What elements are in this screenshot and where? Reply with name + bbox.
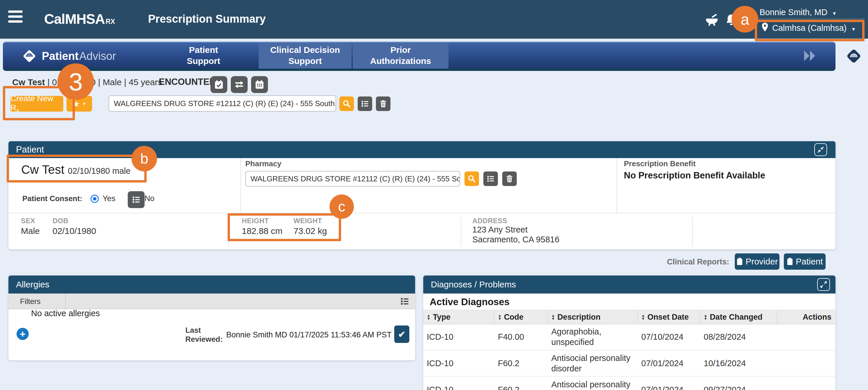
consent-label: Patient Consent: — [22, 194, 83, 203]
app-screen: CalMHSA RX Prescription Summary Bonnie S… — [0, 0, 868, 390]
cell-changed: 10/16/2024 — [700, 359, 777, 368]
pharmacy-select-top[interactable]: WALGREENS DRUG STORE #12112 (C) (R) (E) … — [108, 95, 336, 112]
cell-onset: 07/10/2024 — [638, 332, 700, 342]
patient-info-strip: SEX Male DOB 02/10/1980 HEIGHT 182.88 cm… — [8, 213, 836, 250]
filters-label: Filters — [20, 297, 41, 306]
diagnoses-panel: Diagnoses / Problems Active Diagnoses Ty… — [423, 276, 836, 390]
patient-report-label: Patient — [796, 257, 823, 267]
tab-prior-authorizations[interactable]: Prior Authorizations — [353, 43, 448, 68]
address-line2: Sacramento, CA 95816 — [472, 235, 559, 244]
calendar-grid-icon — [254, 79, 265, 90]
benefit-value: No Prescription Benefit Available — [624, 170, 765, 181]
consent-details-button[interactable] — [128, 191, 145, 208]
cell-onset: 07/01/2024 — [638, 385, 700, 390]
search-icon — [342, 99, 351, 108]
user-name: Bonnie Smith, MD — [760, 7, 827, 17]
table-row[interactable]: ICD-10 F40.00 Agoraphobia, unspecified 0… — [423, 324, 836, 351]
annotation-circle-3: 3 — [58, 63, 94, 100]
pharmacy-search-button-top[interactable] — [339, 96, 354, 111]
no-allergies-text: No active allergies — [31, 309, 100, 318]
encounter-transfer-button[interactable] — [231, 76, 248, 93]
column-header-onset-date[interactable]: Onset Date — [638, 310, 700, 324]
table-row[interactable]: ICD-10 F60.2 Antisocial personality diso… — [423, 351, 836, 377]
patient-panel: Patient Cw Test 02/10/1980 male Patient … — [8, 141, 836, 249]
allergies-filter-bar: Filters — [8, 294, 415, 309]
annotation-circle-c: c — [330, 194, 354, 219]
patient-report-button[interactable]: Patient — [784, 253, 826, 270]
brand-suffix: RX — [106, 18, 115, 27]
hamburger-menu-icon[interactable] — [8, 10, 23, 23]
list-icon[interactable] — [400, 297, 410, 306]
sex-label: SEX — [21, 217, 35, 225]
last-reviewed-value: Bonnie Smith MD 01/17/2025 11:53:46 AM P… — [226, 330, 392, 339]
sort-icon — [427, 314, 431, 320]
pharmacy-delete-button[interactable] — [502, 171, 517, 186]
column-header-code[interactable]: Code — [494, 310, 548, 324]
sex-value: Male — [21, 226, 40, 236]
provider-report-button[interactable]: Provider — [735, 253, 779, 270]
expand-panel-button[interactable] — [817, 278, 830, 291]
pharmacy-search-button[interactable] — [464, 171, 479, 186]
clipboard-icon — [786, 257, 794, 266]
allergies-title: Allergies — [16, 280, 49, 289]
location-pin-icon — [761, 22, 769, 32]
consent-no-label: No — [145, 194, 155, 203]
mark-reviewed-button[interactable] — [394, 326, 409, 343]
tab-clinical-decision-support[interactable]: Clinical Decision Support — [259, 43, 351, 68]
column-header-date-changed[interactable]: Date Changed — [700, 310, 777, 324]
user-menu[interactable]: Bonnie Smith, MD — [755, 7, 837, 17]
cell-code: F60.2 — [494, 359, 548, 368]
cell-type: ICD-10 — [423, 385, 494, 390]
pharmacy-select-panel-value: WALGREENS DRUG STORE #12112 (C) (R) (E) … — [251, 174, 460, 184]
exchange-arrows-icon — [234, 79, 244, 90]
pharmacy-label: Pharmacy — [245, 159, 281, 168]
tab-patient-support[interactable]: Patient Support — [172, 43, 236, 68]
sort-icon — [704, 314, 708, 320]
pharmacy-select-panel[interactable]: WALGREENS DRUG STORE #12112 (C) (R) (E) … — [245, 171, 460, 187]
calendar-check-icon — [214, 79, 224, 90]
weight-label: WEIGHT — [293, 217, 322, 225]
column-header-description[interactable]: Description — [548, 310, 638, 324]
dob-value: 02/10/1980 — [53, 226, 96, 236]
star-icon — [72, 99, 80, 109]
consent-yes-label: Yes — [103, 194, 116, 203]
collapse-panel-button[interactable] — [814, 143, 827, 156]
encounter-calendar-button[interactable] — [251, 76, 268, 93]
dob-label: DOB — [53, 217, 68, 225]
list-icon — [131, 195, 141, 204]
location-selector[interactable]: Calmhsa (Calmhsa) — [772, 23, 839, 33]
location-name: Calmhsa (Calmhsa) — [772, 23, 846, 33]
add-allergy-button[interactable]: + — [17, 328, 29, 340]
consent-yes-radio[interactable] — [91, 195, 99, 203]
patient-advisor-logo: PatientAdvisor — [21, 48, 116, 64]
patient-advisor-mini-diamond-icon[interactable] — [845, 47, 863, 65]
pharmacy-delete-button-top[interactable] — [376, 96, 391, 111]
pharmacy-list-button-top[interactable] — [358, 96, 372, 111]
panel-divider — [240, 158, 241, 213]
encounter-label: ENCOUNTER — [159, 77, 216, 87]
pharmacy-list-button[interactable] — [483, 171, 498, 186]
column-header-type[interactable]: Type — [423, 310, 494, 324]
patient-demographics: 02/10/1980 male — [68, 166, 131, 176]
table-row[interactable]: ICD-10 F60.2 Antisocial personality diso… — [423, 377, 836, 390]
last-reviewed-row: Last Reviewed: Bonnie Smith MD 01/17/202… — [188, 327, 392, 342]
chevron-down-icon — [83, 101, 87, 106]
cell-onset: 07/01/2024 — [638, 359, 700, 368]
create-new-rx-button[interactable]: Create New Rx — [10, 96, 63, 112]
create-new-rx-label: Create New Rx — [10, 94, 63, 114]
fast-forward-chevrons-icon[interactable] — [803, 49, 817, 62]
benefit-label: Prescription Benefit — [624, 159, 695, 168]
sort-icon — [551, 314, 555, 320]
clipboard-icon — [736, 257, 743, 266]
panel-divider — [617, 158, 617, 213]
sort-icon — [498, 314, 502, 320]
last-reviewed-label: Last Reviewed: — [186, 326, 223, 344]
pharmacy-mortar-icon[interactable] — [705, 13, 719, 27]
context-patient-name: Cw Test — [12, 77, 45, 87]
patient-advisor-diamond-icon — [21, 48, 38, 64]
address-label: ADDRESS — [472, 217, 507, 225]
cell-code: F40.00 — [494, 332, 548, 342]
cell-description: Antisocial personality disorder — [548, 353, 638, 374]
encounter-calendar-check-button[interactable] — [211, 76, 227, 93]
list-icon — [361, 100, 369, 108]
